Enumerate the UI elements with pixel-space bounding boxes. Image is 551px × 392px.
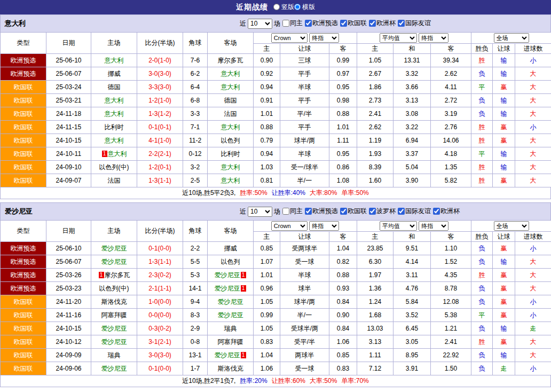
result-handicap: 走 xyxy=(493,362,515,375)
same-home-filter[interactable]: 同主 xyxy=(282,207,303,216)
result-goals: 大 xyxy=(515,134,551,147)
team-link[interactable]: 意大利 xyxy=(221,70,240,77)
competition-filter-checkbox[interactable] xyxy=(433,208,440,215)
avg-draw-odds: 4.14 xyxy=(393,255,431,269)
team-link[interactable]: 爱沙尼亚 xyxy=(215,285,240,292)
fulltime-select[interactable]: 全场 xyxy=(494,33,529,43)
team-link: 以色列(中) xyxy=(99,163,129,171)
team-link[interactable]: 爱沙尼亚 xyxy=(215,271,240,279)
crown-away-odds: 1.06 xyxy=(329,335,357,349)
competition-filter-checkbox[interactable] xyxy=(305,20,312,27)
bookmaker-select[interactable]: Crown xyxy=(271,221,308,231)
team-link[interactable]: 爱沙尼亚 xyxy=(101,338,127,346)
view-radio[interactable] xyxy=(294,4,301,10)
competition-filter-checkbox[interactable] xyxy=(340,20,347,27)
same-home-filter-checkbox[interactable] xyxy=(282,208,289,215)
home-team: 1意大利 xyxy=(91,147,137,161)
final-odds-select-2[interactable]: 终指 xyxy=(419,221,448,231)
final-odds-select-1[interactable]: 终指 xyxy=(309,221,339,231)
team-link[interactable]: 爱沙尼亚 xyxy=(215,351,240,359)
crown-away-odds: 0.88 xyxy=(329,269,357,282)
final-odds-select-1[interactable]: 终指 xyxy=(309,33,339,43)
team-link[interactable]: 意大利 xyxy=(105,97,124,104)
team-link: 斯洛伐克 xyxy=(218,365,243,372)
team-link[interactable]: 意大利 xyxy=(221,123,240,131)
bookmaker-select[interactable]: Crown xyxy=(271,33,308,43)
crown-home-odds: 0.90 xyxy=(254,54,280,67)
avg-away-odds: 14.06 xyxy=(431,134,471,147)
away-team: 意大利 xyxy=(208,81,254,94)
competition-filter[interactable]: 欧国联 xyxy=(340,207,367,216)
result-winloss: 胜 xyxy=(471,269,493,282)
same-home-filter[interactable]: 同主 xyxy=(282,19,303,28)
crown-handicap: 半球 xyxy=(280,269,329,282)
team-link[interactable]: 爱沙尼亚 xyxy=(101,365,127,372)
competition-filter[interactable]: 欧国联 xyxy=(340,19,367,28)
match-row: 欧国联24-10-15爱沙尼亚0-3(0-2)2-9瑞典1.05受球半/两0.8… xyxy=(1,322,551,335)
competition-filter[interactable]: 国际友谊 xyxy=(398,207,431,216)
summary-segment: 大率:80% xyxy=(310,189,337,197)
team-link: 德国 xyxy=(108,83,121,91)
competition-filter-checkbox[interactable] xyxy=(398,20,405,27)
corners: 2-9 xyxy=(183,322,208,335)
same-home-filter-checkbox[interactable] xyxy=(282,20,289,27)
crown-handicap: 受两球半 xyxy=(280,242,329,255)
competition-filter[interactable]: 国际友谊 xyxy=(398,19,431,28)
match-count-select[interactable]: 10 xyxy=(248,207,272,217)
home-team: 德国 xyxy=(91,81,137,94)
result-handicap: 赢 xyxy=(493,335,515,349)
team-link[interactable]: 意大利 xyxy=(105,110,124,117)
competition-filter-checkbox[interactable] xyxy=(398,208,405,215)
view-radio[interactable] xyxy=(273,4,280,10)
team-link[interactable]: 意大利 xyxy=(221,177,240,184)
away-team: 比利时 xyxy=(208,147,254,161)
match-date: 24-10-11 xyxy=(46,147,91,161)
col-header-away: 客场 xyxy=(208,33,254,54)
team-link[interactable]: 意大利 xyxy=(105,57,124,64)
view-option-vertical[interactable]: 竖版 xyxy=(273,3,294,12)
home-team: 爱沙尼亚 xyxy=(91,362,137,375)
view-option-horizontal[interactable]: 横版 xyxy=(294,3,315,12)
competition-filter[interactable]: 波罗杯 xyxy=(369,207,396,216)
team-link[interactable]: 意大利 xyxy=(108,150,127,158)
results-table: 类型 日期 主场 比分(半场) 角球 客场 Crown 终指 平均值 终指 xyxy=(0,32,551,187)
team-link[interactable]: 爱沙尼亚 xyxy=(218,311,243,319)
corners: 0-12 xyxy=(183,147,208,161)
crown-handicap: 平手 xyxy=(280,94,329,107)
match-count-select[interactable]: 10 xyxy=(248,19,272,29)
same-home-filter-label: 同主 xyxy=(290,19,303,28)
result-goals: 大 xyxy=(515,282,551,295)
competition-filter[interactable]: 欧洲杯 xyxy=(369,19,396,28)
summary-segment: 胜率:50% xyxy=(240,189,267,197)
competition-filter-checkbox[interactable] xyxy=(369,20,376,27)
avg-home-odds: 8.39 xyxy=(357,161,393,174)
team-link[interactable]: 爱沙尼亚 xyxy=(101,245,127,252)
competition-filter[interactable]: 欧洲预选 xyxy=(305,19,338,28)
average-select[interactable]: 平均值 xyxy=(380,221,417,231)
team-link[interactable]: 意大利 xyxy=(221,83,240,91)
competition-type: 欧国联 xyxy=(1,107,46,121)
team-link[interactable]: 爱沙尼亚 xyxy=(101,325,127,332)
result-winloss: 负 xyxy=(471,295,493,309)
team-link[interactable]: 意大利 xyxy=(105,137,124,144)
final-odds-select-2[interactable]: 终指 xyxy=(419,33,448,43)
competition-filter-checkbox[interactable] xyxy=(305,208,312,215)
competition-filter[interactable]: 欧洲杯 xyxy=(433,207,460,216)
competition-filter[interactable]: 欧洲预选 xyxy=(305,207,338,216)
competition-filter-checkbox[interactable] xyxy=(369,208,376,215)
avg-draw-odds: 3.05 xyxy=(393,335,431,349)
summary-segment: 大率:50% xyxy=(310,377,337,385)
team-link[interactable]: 爱沙尼亚 xyxy=(218,298,243,305)
fulltime-select[interactable]: 全场 xyxy=(494,221,529,231)
team-link[interactable]: 爱沙尼亚 xyxy=(101,258,127,265)
result-goals: 小 xyxy=(515,121,551,134)
col-header-away: 客场 xyxy=(208,221,254,242)
col-header-corners: 角球 xyxy=(183,221,208,242)
match-row: 欧洲预选25-03-261摩尔多瓦2-3(0-2)5-3爱沙尼亚11.01半球0… xyxy=(1,269,551,282)
team-link[interactable]: 意大利 xyxy=(221,163,240,171)
team-link: 阿塞拜疆 xyxy=(101,311,127,319)
competition-filter-label: 波罗杯 xyxy=(376,207,396,216)
average-select[interactable]: 平均值 xyxy=(380,33,417,43)
competition-filter-checkbox[interactable] xyxy=(340,208,347,215)
avg-draw-odds: 3.52 xyxy=(393,309,431,322)
